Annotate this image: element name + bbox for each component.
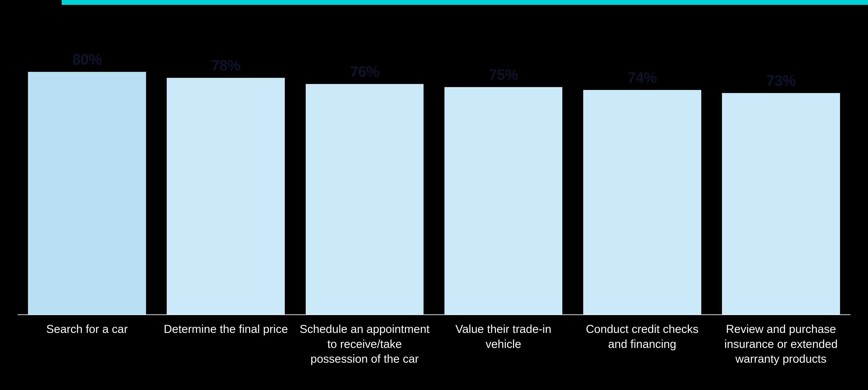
bar-label-conduct-credit: Conduct credit checks and financing bbox=[573, 322, 712, 390]
bar-search-for-car bbox=[28, 72, 146, 314]
bar-group-value-trade-in: 75% bbox=[434, 18, 573, 314]
bar-wrapper-search-for-car: 80% bbox=[18, 18, 156, 314]
bar-label-search-for-car: Search for a car bbox=[18, 322, 156, 390]
bar-review-purchase bbox=[722, 93, 840, 314]
bar-value-conduct-credit: 74% bbox=[627, 69, 657, 86]
bar-value-schedule-appointment: 76% bbox=[350, 63, 379, 80]
bar-value-review-purchase: 73% bbox=[766, 72, 796, 89]
bars-section: 80%78%76%75%74%73% bbox=[0, 5, 868, 314]
bar-label-schedule-appointment: Schedule an appointment to receive/take … bbox=[295, 322, 434, 390]
bar-group-search-for-car: 80% bbox=[18, 18, 156, 314]
bar-value-determine-final-price: 78% bbox=[211, 57, 241, 74]
bar-wrapper-schedule-appointment: 76% bbox=[295, 18, 434, 314]
chart-container: 80%78%76%75%74%73% Search for a carDeter… bbox=[0, 0, 868, 390]
labels-section: Search for a carDetermine the final pric… bbox=[0, 315, 868, 390]
bar-wrapper-conduct-credit: 74% bbox=[573, 18, 712, 314]
top-accent-bar bbox=[62, 0, 868, 5]
bar-group-review-purchase: 73% bbox=[712, 18, 850, 314]
bar-conduct-credit bbox=[583, 90, 701, 314]
chart-area: 80%78%76%75%74%73% Search for a carDeter… bbox=[0, 5, 868, 390]
bar-label-determine-final-price: Determine the final price bbox=[156, 322, 295, 390]
bar-group-conduct-credit: 74% bbox=[573, 18, 712, 314]
bar-determine-final-price bbox=[167, 78, 285, 314]
bar-wrapper-determine-final-price: 78% bbox=[156, 18, 295, 314]
bar-wrapper-value-trade-in: 75% bbox=[434, 18, 573, 314]
bar-value-trade-in bbox=[444, 87, 562, 314]
bar-schedule-appointment bbox=[306, 84, 424, 314]
bar-label-value-trade-in: Value their trade-in vehicle bbox=[434, 322, 573, 390]
bar-group-schedule-appointment: 76% bbox=[295, 18, 434, 314]
bar-value-value-trade-in: 75% bbox=[489, 66, 518, 83]
bar-label-review-purchase: Review and purchase insurance or extende… bbox=[712, 322, 850, 390]
bar-value-search-for-car: 80% bbox=[72, 51, 102, 68]
bar-group-determine-final-price: 78% bbox=[156, 18, 295, 314]
bar-wrapper-review-purchase: 73% bbox=[712, 18, 850, 314]
